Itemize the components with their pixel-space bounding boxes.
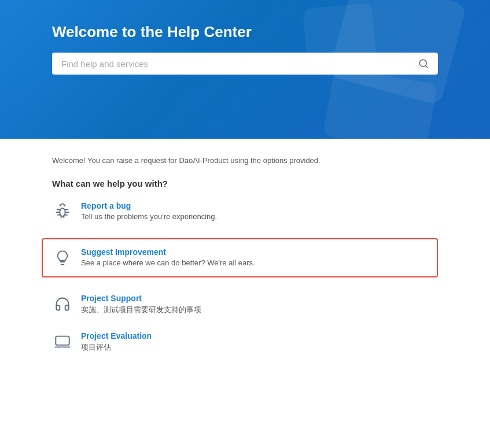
main-content: Welcome! You can raise a request for Dao… xyxy=(0,139,490,448)
project-support-content: Project Support 实施、测试项目需要研发支持的事项 xyxy=(81,294,201,315)
laptop-icon xyxy=(52,331,73,352)
project-evaluation-content: Project Evaluation 项目评估 xyxy=(81,331,152,353)
help-heading: What can we help you with? xyxy=(52,179,438,188)
help-item-project-evaluation[interactable]: Project Evaluation 项目评估 xyxy=(52,331,438,353)
svg-line-1 xyxy=(425,65,427,67)
project-evaluation-title: Project Evaluation xyxy=(81,331,152,340)
project-support-desc: 实施、测试项目需要研发支持的事项 xyxy=(81,305,201,315)
report-bug-content: Report a bug Tell us the problems you're… xyxy=(81,201,217,221)
headset-icon xyxy=(52,294,73,314)
report-bug-title: Report a bug xyxy=(81,201,217,210)
svg-point-2 xyxy=(60,208,65,216)
project-support-title: Project Support xyxy=(81,294,201,303)
search-input[interactable] xyxy=(61,59,418,69)
suggest-improvement-title: Suggest Improvement xyxy=(81,247,255,257)
search-button[interactable] xyxy=(418,58,429,69)
hero-title: Welcome to the Help Center xyxy=(52,23,438,41)
help-item-report-bug[interactable]: Report a bug Tell us the problems you're… xyxy=(52,201,438,222)
suggest-improvement-content: Suggest Improvement See a place where we… xyxy=(81,247,255,267)
svg-rect-3 xyxy=(56,336,69,345)
project-evaluation-desc: 项目评估 xyxy=(81,342,152,353)
search-bar xyxy=(52,53,438,75)
help-item-suggest-improvement[interactable]: Suggest Improvement See a place where we… xyxy=(42,238,438,277)
search-icon xyxy=(418,58,429,69)
report-bug-desc: Tell us the problems you're experiencing… xyxy=(81,212,217,221)
hero-section: Welcome to the Help Center xyxy=(0,0,490,139)
help-item-project-support[interactable]: Project Support 实施、测试项目需要研发支持的事项 xyxy=(52,294,438,315)
suggest-improvement-desc: See a place where we can do better? We'r… xyxy=(81,258,255,267)
lightbulb-icon xyxy=(52,247,73,268)
bug-icon xyxy=(52,201,73,222)
welcome-text: Welcome! You can raise a request for Dao… xyxy=(52,156,438,165)
